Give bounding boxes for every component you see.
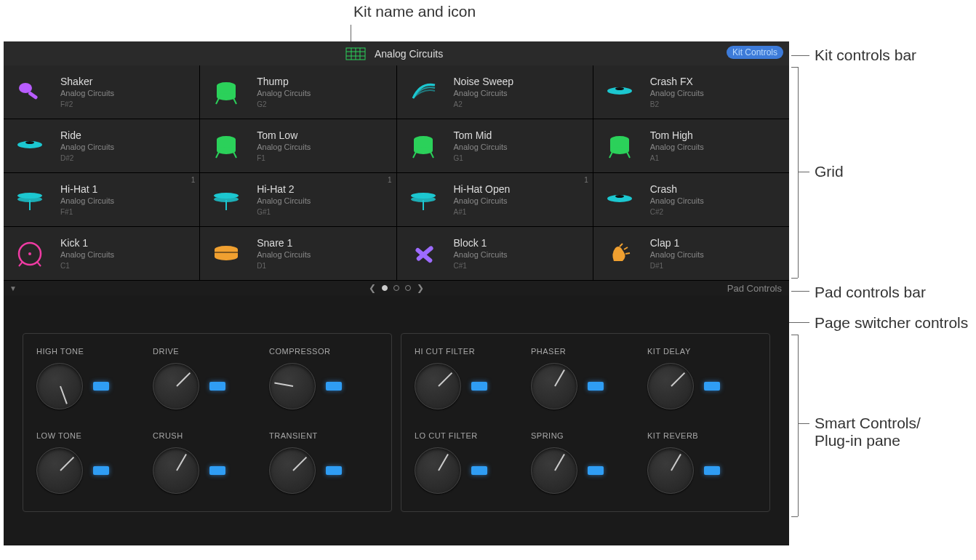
knob-toggle-led[interactable] (704, 466, 720, 475)
knob-dial[interactable] (153, 447, 199, 494)
pad-hi-hat-1[interactable]: Hi-Hat 1 Analog Circuits F#1 1 (4, 173, 199, 226)
tom-icon (602, 129, 637, 164)
pad-note: C#1 (454, 262, 508, 270)
pad-group-badge: 1 (191, 176, 196, 184)
pad-labels: Noise Sweep Analog Circuits A2 (454, 76, 514, 108)
knob-dial[interactable] (647, 363, 694, 409)
pad-kit-name: Analog Circuits (257, 250, 311, 259)
knob-toggle-led[interactable] (471, 382, 487, 391)
knob-dial[interactable] (415, 447, 461, 494)
svg-point-10 (217, 93, 236, 100)
pad-hi-hat-open[interactable]: Hi-Hat Open Analog Circuits A#1 1 (397, 173, 593, 226)
knob-toggle-led[interactable] (471, 466, 487, 475)
tom-icon (406, 129, 441, 164)
knob-toggle-led[interactable] (209, 466, 225, 475)
leader-line (791, 291, 809, 292)
knob-label: SPRING (531, 431, 640, 440)
pad-note: F#2 (60, 100, 114, 108)
sticks-icon (406, 236, 441, 271)
pad-tom-low[interactable]: Tom Low Analog Circuits F1 (200, 119, 396, 172)
annotation-page-switcher: Page switcher controls (815, 314, 968, 332)
knob-toggle-led[interactable] (588, 382, 604, 391)
page-next-icon[interactable]: ❯ (417, 283, 424, 293)
annotation-kit-name: Kit name and icon (353, 3, 476, 20)
annotation-pad-controls-bar: Pad controls bar (815, 284, 926, 301)
pad-crash-fx[interactable]: Crash FX Analog Circuits B2 (593, 65, 789, 119)
knob-dial[interactable] (415, 363, 461, 409)
knob-spring: SPRING (531, 431, 640, 494)
knob-toggle-led[interactable] (209, 382, 225, 391)
pad-labels: Tom High Analog Circuits A1 (650, 129, 704, 162)
pad-shaker[interactable]: Shaker Analog Circuits F#2 (4, 65, 199, 119)
page-dot-3[interactable] (405, 285, 411, 291)
smart-controls-panel-right: HI CUT FILTER PHASER KIT DELAY LO CUT FI… (401, 333, 770, 512)
knob-toggle-led[interactable] (93, 466, 109, 475)
knob-toggle-led[interactable] (704, 382, 720, 391)
pad-labels: Tom Mid Analog Circuits G1 (454, 129, 508, 162)
smart-controls-panel-left: HIGH TONE DRIVE COMPRESSOR LOW TONE CRUS… (23, 333, 392, 512)
pad-note: A2 (454, 100, 514, 108)
pad-hi-hat-2[interactable]: Hi-Hat 2 Analog Circuits G#1 1 (200, 173, 396, 226)
smart-controls-pane: HIGH TONE DRIVE COMPRESSOR LOW TONE CRUS… (4, 295, 789, 512)
pad-controls-label[interactable]: Pad Controls (727, 283, 782, 294)
pad-kick-1[interactable]: Kick 1 Analog Circuits C1 (4, 227, 199, 280)
pad-clap-1[interactable]: Clap 1 Analog Circuits D#1 (593, 227, 789, 280)
knob-dial[interactable] (153, 363, 199, 409)
pad-name: Shaker (60, 76, 114, 87)
knob-dial[interactable] (269, 447, 316, 494)
kit-name[interactable]: Analog Circuits (375, 48, 443, 60)
knob-indicator (176, 454, 187, 471)
knob-kit-reverb: KIT REVERB (647, 431, 756, 494)
knob-lo-cut-filter: LO CUT FILTER (415, 431, 524, 494)
drum-machine-designer-window: Analog Circuits Kit Controls Shaker Anal… (4, 41, 789, 545)
pad-block-1[interactable]: Block 1 Analog Circuits C#1 (397, 227, 593, 280)
knob-toggle-led[interactable] (93, 382, 109, 391)
pad-name: Kick 1 (60, 237, 114, 249)
knob-indicator (438, 372, 452, 387)
knob-dial[interactable] (531, 363, 577, 409)
clap-icon (602, 236, 637, 271)
knob-toggle-led[interactable] (326, 382, 342, 391)
svg-point-49 (215, 253, 238, 260)
svg-line-31 (627, 152, 630, 158)
pad-ride[interactable]: Ride Analog Circuits D#2 (4, 119, 199, 172)
svg-line-12 (233, 98, 236, 104)
knob-dial[interactable] (36, 363, 83, 409)
disclosure-triangle-icon[interactable]: ▼ (9, 284, 17, 292)
hihat-icon (12, 183, 47, 217)
knob-dial[interactable] (647, 447, 694, 494)
knob-crush: CRUSH (153, 431, 262, 494)
knob-toggle-led[interactable] (326, 466, 342, 475)
page-dot-1[interactable] (382, 285, 388, 291)
pad-name: Thump (257, 76, 311, 87)
knob-indicator (671, 372, 685, 387)
pad-note: D1 (257, 262, 311, 270)
page-dot-2[interactable] (393, 285, 399, 291)
pad-labels: Kick 1 Analog Circuits C1 (60, 237, 114, 270)
pad-snare-1[interactable]: Snare 1 Analog Circuits D1 (200, 227, 396, 280)
pad-labels: Thump Analog Circuits G2 (257, 76, 311, 108)
pad-kit-name: Analog Circuits (60, 196, 114, 205)
pad-noise-sweep[interactable]: Noise Sweep Analog Circuits A2 (397, 65, 593, 119)
svg-line-30 (609, 152, 612, 158)
kit-icon[interactable] (345, 47, 366, 63)
svg-point-24 (414, 147, 433, 154)
knob-dial[interactable] (269, 363, 316, 409)
knob-label: HIGH TONE (36, 347, 145, 356)
pad-tom-high[interactable]: Tom High Analog Circuits A1 (593, 119, 789, 172)
svg-point-42 (615, 195, 624, 198)
kit-controls-button[interactable]: Kit Controls (727, 46, 783, 59)
pad-tom-mid[interactable]: Tom Mid Analog Circuits G1 (397, 119, 593, 172)
pad-kit-name: Analog Circuits (60, 143, 114, 151)
knob-low-tone: LOW TONE (36, 431, 145, 494)
knob-dial[interactable] (531, 447, 577, 494)
pad-note: G1 (454, 154, 508, 162)
page-prev-icon[interactable]: ❮ (369, 283, 376, 293)
knob-dial[interactable] (36, 447, 83, 494)
knob-kit-delay: KIT DELAY (647, 347, 756, 409)
pad-thump[interactable]: Thump Analog Circuits G2 (200, 65, 396, 119)
knob-toggle-led[interactable] (588, 466, 604, 475)
annotation-kit-controls-bar: Kit controls bar (815, 47, 916, 64)
pad-crash[interactable]: Crash Analog Circuits C#2 (593, 173, 789, 226)
pad-note: B2 (650, 100, 704, 108)
